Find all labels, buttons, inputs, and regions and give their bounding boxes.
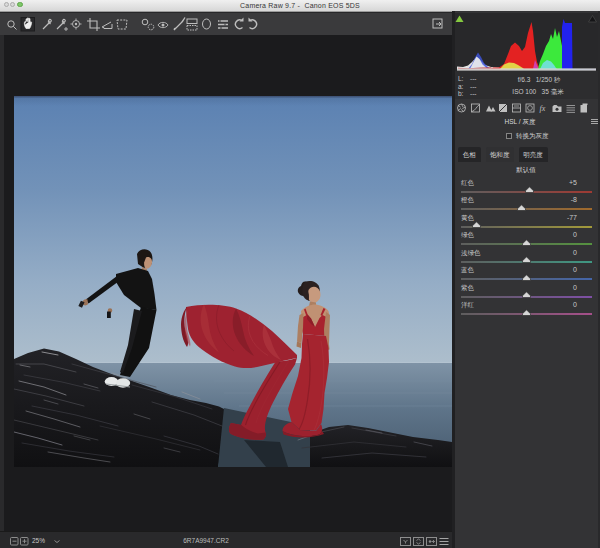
svg-text:fx: fx xyxy=(540,104,546,113)
